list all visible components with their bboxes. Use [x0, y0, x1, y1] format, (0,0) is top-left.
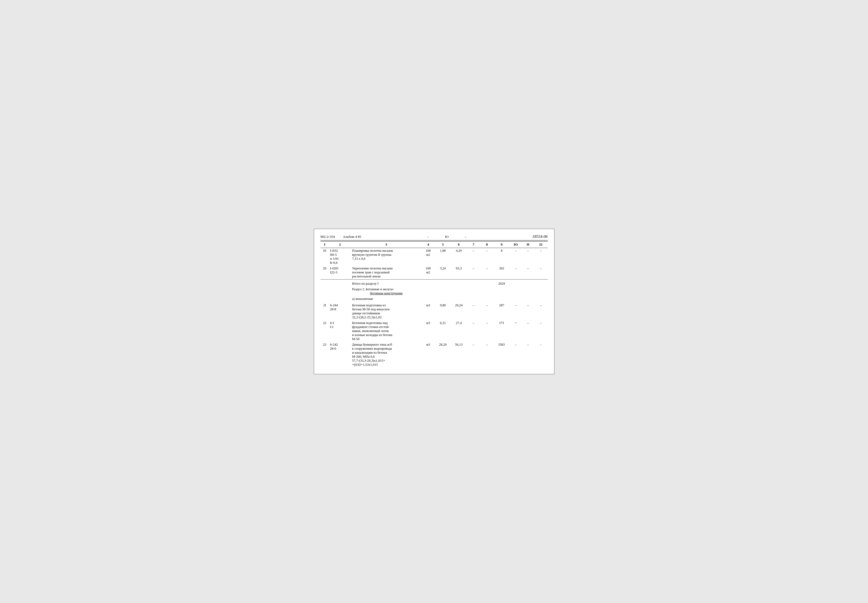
col-header-2: 2 [329, 241, 351, 248]
row-code: 6-24428-8 [329, 303, 351, 320]
dash2: – [465, 235, 467, 239]
row-col12: – [534, 266, 548, 280]
row-col10: – [510, 342, 522, 368]
table-row: I9I-II32II6-5п 3.93К-0,6Планировка полот… [321, 248, 548, 266]
row-col10: ~ [510, 320, 522, 342]
row-col12: – [534, 303, 548, 320]
row-unit: 100м2 [422, 266, 435, 280]
row-col8: – [480, 303, 493, 320]
row-col7: – [467, 303, 480, 320]
row-col11: – [522, 320, 534, 342]
table-row: 2I6-24428-8Бетонная подготовка избетона … [321, 303, 548, 320]
section-itogo: Итого по разделу I [352, 282, 420, 286]
section-total: 2029 [494, 280, 510, 303]
table-row: 236-24228-6Днища бункерного типа ж/бв со… [321, 342, 548, 368]
col-header-4: 4 [422, 241, 435, 248]
row-col12: – [534, 248, 548, 266]
row-col8: – [480, 266, 493, 280]
row-unit: м3 [422, 342, 435, 368]
col-io: IO [445, 235, 449, 239]
row-col10: – [510, 248, 522, 266]
section-title-line2: бетонные конструкции [352, 291, 420, 295]
col-header-1: I [321, 241, 329, 248]
row-description: Бетонная подготовка подфундамент стенки … [351, 320, 421, 342]
top-header: 902-2-354 Альбом 4 85 – IO – 18554-06 [321, 234, 548, 240]
table-row: 20I-I205I22-3Укрепление полотна насыпипо… [321, 266, 548, 280]
row-num: 23 [321, 342, 329, 368]
row-description: Бетонная подготовка избетона М-50 под ко… [351, 303, 421, 320]
row-col10: – [510, 303, 522, 320]
row-num: 2I [321, 303, 329, 320]
row-col7: – [467, 266, 480, 280]
row-col9: I583 [494, 342, 510, 368]
row-col12: – [534, 342, 548, 368]
row-col5: 1,80 [435, 248, 451, 266]
row-col11: – [522, 266, 534, 280]
row-col11: – [522, 248, 534, 266]
row-col7: – [467, 248, 480, 266]
row-col11: – [522, 342, 534, 368]
row-col5: 28,20 [435, 342, 451, 368]
col-header-5: 5 [435, 241, 451, 248]
row-num: 22 [321, 320, 329, 342]
row-col5: 3,24 [435, 266, 451, 280]
col-header-11: II [522, 241, 534, 248]
col-header-9: 9 [494, 241, 510, 248]
row-col6: 56,13 [451, 342, 467, 368]
section-title-line1: Раздел 2. Бетонные и железо- [352, 287, 420, 291]
col-header-12: I2 [534, 241, 548, 248]
row-col5: 6,31 [435, 320, 451, 342]
header-mid: – IO – [427, 235, 467, 239]
col-header-8: 8 [480, 241, 493, 248]
row-col10: – [510, 266, 522, 280]
row-col5: 9,80 [435, 303, 451, 320]
row-unit: м3 [422, 320, 435, 342]
row-col9: 8 [494, 248, 510, 266]
col-header-3: 3 [351, 241, 421, 248]
column-header-row: I 2 3 4 5 6 7 8 9 IO II I2 [321, 241, 548, 248]
page: 902-2-354 Альбом 4 85 – IO – 18554-06 I … [314, 229, 554, 374]
row-col9: 287 [494, 303, 510, 320]
row-col9: 302 [494, 266, 510, 280]
row-num: 20 [321, 266, 329, 280]
row-col12: – [534, 320, 548, 342]
row-col7: – [467, 320, 480, 342]
row-col8: – [480, 342, 493, 368]
col-header-10: IO [510, 241, 522, 248]
table-row: 226-II-IБетонная подготовка подфундамент… [321, 320, 548, 342]
row-col6: 93,3 [451, 266, 467, 280]
row-col6: 29,24 [451, 303, 467, 320]
row-col8: – [480, 320, 493, 342]
doc-number: 902-2-354 [321, 235, 335, 239]
row-code: 6-II-I [329, 320, 351, 342]
row-description: Днища бункерного типа ж/бв сооружениях в… [351, 342, 421, 368]
header-left: 902-2-354 Альбом 4 85 [321, 235, 361, 239]
row-col7: – [467, 342, 480, 368]
row-unit: м3 [422, 303, 435, 320]
row-col11: – [522, 303, 534, 320]
row-code: I-I205I22-3 [329, 266, 351, 280]
dash1: – [427, 235, 429, 239]
row-num: I9 [321, 248, 329, 266]
row-col9: I73 [494, 320, 510, 342]
row-code: 6-24228-6 [329, 342, 351, 368]
section-subtitle: а) монолитные [352, 297, 420, 301]
right-number: 18554-06 [532, 234, 548, 239]
main-table: I 2 3 4 5 6 7 8 9 IO II I2 I9I-II32II6-5… [321, 241, 548, 368]
col-header-7: 7 [467, 241, 480, 248]
row-unit: 100м2 [422, 248, 435, 266]
row-description: Планировка полотна насыпивручную грунтом… [351, 248, 421, 266]
album-label: Альбом 4 85 [343, 235, 361, 239]
row-col6: 4,29 [451, 248, 467, 266]
row-col8: – [480, 248, 493, 266]
row-col6: 27,4 [451, 320, 467, 342]
row-description: Укрепление полотна насыпипосевом трав с … [351, 266, 421, 280]
row-code: I-II32II6-5п 3.93К-0,6 [329, 248, 351, 266]
section-row: Итого по разделу I Раздел 2. Бетонные и … [321, 280, 548, 303]
col-header-6: 6 [451, 241, 467, 248]
